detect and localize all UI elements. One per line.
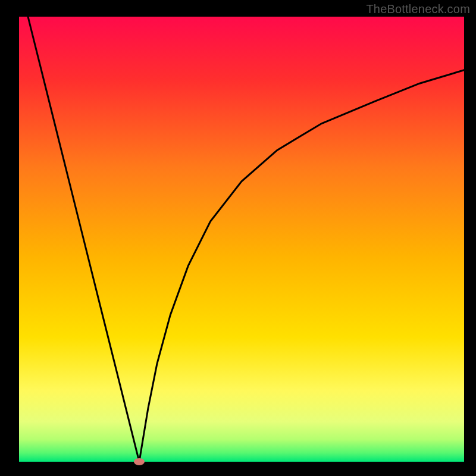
chart-frame: TheBottleneck.com [0,0,476,476]
optimum-marker [134,458,145,465]
watermark-text: TheBottleneck.com [366,2,470,16]
bottleneck-chart [0,0,476,476]
plot-area-gradient [19,17,464,462]
